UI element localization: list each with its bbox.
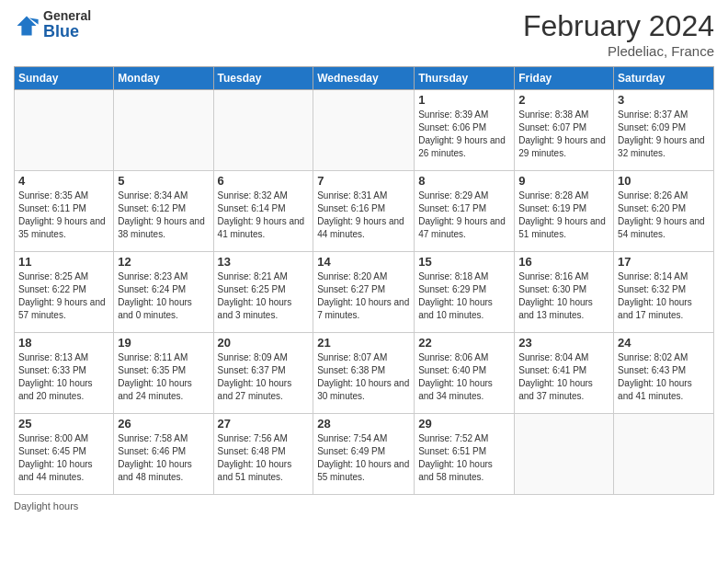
calendar-cell (614, 414, 714, 495)
day-number: 7 (317, 174, 410, 188)
calendar-table: SundayMondayTuesdayWednesdayThursdayFrid… (14, 66, 714, 495)
weekday-header-wednesday: Wednesday (313, 67, 415, 90)
weekday-header-saturday: Saturday (614, 67, 714, 90)
day-info: Sunrise: 8:09 AM Sunset: 6:37 PM Dayligh… (218, 351, 310, 403)
day-number: 19 (118, 336, 209, 350)
weekday-header-tuesday: Tuesday (213, 67, 313, 90)
calendar-cell: 18Sunrise: 8:13 AM Sunset: 6:33 PM Dayli… (15, 333, 114, 414)
day-info: Sunrise: 8:26 AM Sunset: 6:20 PM Dayligh… (618, 190, 710, 241)
day-info: Sunrise: 8:16 AM Sunset: 6:30 PM Dayligh… (518, 270, 609, 322)
day-info: Sunrise: 8:31 AM Sunset: 6:16 PM Dayligh… (317, 190, 410, 241)
day-number: 10 (618, 174, 710, 188)
day-info: Sunrise: 7:54 AM Sunset: 6:49 PM Dayligh… (317, 432, 410, 484)
day-info: Sunrise: 8:28 AM Sunset: 6:19 PM Dayligh… (518, 190, 609, 241)
day-info: Sunrise: 8:38 AM Sunset: 6:07 PM Dayligh… (518, 109, 609, 160)
calendar-cell: 23Sunrise: 8:04 AM Sunset: 6:41 PM Dayli… (515, 333, 614, 414)
calendar-cell: 21Sunrise: 8:07 AM Sunset: 6:38 PM Dayli… (313, 333, 415, 414)
day-number: 17 (618, 255, 710, 269)
day-number: 23 (518, 336, 609, 350)
header: General Blue February 2024 Pledeliac, Fr… (14, 9, 714, 59)
calendar-cell: 3Sunrise: 8:37 AM Sunset: 6:09 PM Daylig… (614, 90, 714, 171)
calendar-cell: 1Sunrise: 8:39 AM Sunset: 6:06 PM Daylig… (415, 90, 515, 171)
weekday-header-friday: Friday (515, 67, 614, 90)
logo-text: General Blue (43, 9, 91, 41)
day-number: 26 (118, 417, 209, 431)
day-info: Sunrise: 8:37 AM Sunset: 6:09 PM Dayligh… (618, 109, 710, 160)
day-number: 25 (18, 417, 109, 431)
calendar-cell: 12Sunrise: 8:23 AM Sunset: 6:24 PM Dayli… (114, 252, 213, 333)
day-info: Sunrise: 8:20 AM Sunset: 6:27 PM Dayligh… (317, 270, 410, 322)
day-info: Sunrise: 8:25 AM Sunset: 6:22 PM Dayligh… (18, 270, 109, 322)
day-info: Sunrise: 8:39 AM Sunset: 6:06 PM Dayligh… (418, 109, 510, 160)
day-number: 4 (18, 174, 109, 188)
calendar-cell: 9Sunrise: 8:28 AM Sunset: 6:19 PM Daylig… (515, 171, 614, 252)
day-number: 21 (317, 336, 410, 350)
day-number: 1 (418, 93, 510, 107)
weekday-header-sunday: Sunday (15, 67, 114, 90)
day-info: Sunrise: 8:13 AM Sunset: 6:33 PM Dayligh… (18, 351, 109, 403)
calendar-cell: 2Sunrise: 8:38 AM Sunset: 6:07 PM Daylig… (515, 90, 614, 171)
logo-icon (14, 13, 40, 39)
calendar-week-3: 11Sunrise: 8:25 AM Sunset: 6:22 PM Dayli… (15, 252, 714, 333)
calendar-week-1: 1Sunrise: 8:39 AM Sunset: 6:06 PM Daylig… (15, 90, 714, 171)
day-number: 27 (218, 417, 310, 431)
day-number: 24 (618, 336, 710, 350)
day-info: Sunrise: 8:35 AM Sunset: 6:11 PM Dayligh… (18, 190, 109, 241)
footer: Daylight hours (14, 500, 714, 511)
title-block: February 2024 Pledeliac, France (523, 9, 714, 59)
calendar-cell: 22Sunrise: 8:06 AM Sunset: 6:40 PM Dayli… (415, 333, 515, 414)
calendar-cell (313, 90, 415, 171)
calendar-cell: 26Sunrise: 7:58 AM Sunset: 6:46 PM Dayli… (114, 414, 213, 495)
day-info: Sunrise: 8:02 AM Sunset: 6:43 PM Dayligh… (618, 351, 710, 403)
calendar-cell: 11Sunrise: 8:25 AM Sunset: 6:22 PM Dayli… (15, 252, 114, 333)
day-number: 2 (518, 93, 609, 107)
day-number: 28 (317, 417, 410, 431)
logo-general-text: General (43, 9, 91, 23)
calendar-cell (213, 90, 313, 171)
day-number: 8 (418, 174, 510, 188)
day-number: 16 (518, 255, 609, 269)
day-info: Sunrise: 7:58 AM Sunset: 6:46 PM Dayligh… (118, 432, 209, 484)
calendar-cell: 13Sunrise: 8:21 AM Sunset: 6:25 PM Dayli… (213, 252, 313, 333)
day-number: 13 (218, 255, 310, 269)
location-subtitle: Pledeliac, France (523, 43, 714, 59)
day-number: 14 (317, 255, 410, 269)
daylight-hours-label: Daylight hours (14, 500, 78, 511)
day-info: Sunrise: 8:07 AM Sunset: 6:38 PM Dayligh… (317, 351, 410, 403)
calendar-cell: 29Sunrise: 7:52 AM Sunset: 6:51 PM Dayli… (415, 414, 515, 495)
day-number: 11 (18, 255, 109, 269)
calendar-cell: 27Sunrise: 7:56 AM Sunset: 6:48 PM Dayli… (213, 414, 313, 495)
calendar-week-5: 25Sunrise: 8:00 AM Sunset: 6:45 PM Dayli… (15, 414, 714, 495)
logo: General Blue (14, 9, 91, 41)
day-number: 22 (418, 336, 510, 350)
day-number: 15 (418, 255, 510, 269)
day-number: 18 (18, 336, 109, 350)
calendar-cell: 25Sunrise: 8:00 AM Sunset: 6:45 PM Dayli… (15, 414, 114, 495)
day-info: Sunrise: 8:18 AM Sunset: 6:29 PM Dayligh… (418, 270, 510, 322)
logo-blue-text: Blue (43, 23, 91, 41)
day-info: Sunrise: 8:00 AM Sunset: 6:45 PM Dayligh… (18, 432, 109, 484)
calendar-cell: 24Sunrise: 8:02 AM Sunset: 6:43 PM Dayli… (614, 333, 714, 414)
day-info: Sunrise: 7:52 AM Sunset: 6:51 PM Dayligh… (418, 432, 510, 484)
calendar-cell (515, 414, 614, 495)
day-info: Sunrise: 8:23 AM Sunset: 6:24 PM Dayligh… (118, 270, 209, 322)
calendar-cell: 6Sunrise: 8:32 AM Sunset: 6:14 PM Daylig… (213, 171, 313, 252)
calendar-cell (15, 90, 114, 171)
calendar-cell: 16Sunrise: 8:16 AM Sunset: 6:30 PM Dayli… (515, 252, 614, 333)
day-info: Sunrise: 8:34 AM Sunset: 6:12 PM Dayligh… (118, 190, 209, 241)
calendar-cell: 19Sunrise: 8:11 AM Sunset: 6:35 PM Dayli… (114, 333, 213, 414)
calendar-week-2: 4Sunrise: 8:35 AM Sunset: 6:11 PM Daylig… (15, 171, 714, 252)
day-info: Sunrise: 8:04 AM Sunset: 6:41 PM Dayligh… (518, 351, 609, 403)
calendar-cell: 5Sunrise: 8:34 AM Sunset: 6:12 PM Daylig… (114, 171, 213, 252)
calendar-cell: 28Sunrise: 7:54 AM Sunset: 6:49 PM Dayli… (313, 414, 415, 495)
day-number: 20 (218, 336, 310, 350)
weekday-header-row: SundayMondayTuesdayWednesdayThursdayFrid… (15, 67, 714, 90)
day-number: 5 (118, 174, 209, 188)
calendar-cell: 7Sunrise: 8:31 AM Sunset: 6:16 PM Daylig… (313, 171, 415, 252)
calendar-cell: 17Sunrise: 8:14 AM Sunset: 6:32 PM Dayli… (614, 252, 714, 333)
calendar-cell: 15Sunrise: 8:18 AM Sunset: 6:29 PM Dayli… (415, 252, 515, 333)
day-info: Sunrise: 8:11 AM Sunset: 6:35 PM Dayligh… (118, 351, 209, 403)
calendar-cell: 14Sunrise: 8:20 AM Sunset: 6:27 PM Dayli… (313, 252, 415, 333)
day-number: 3 (618, 93, 710, 107)
weekday-header-monday: Monday (114, 67, 213, 90)
